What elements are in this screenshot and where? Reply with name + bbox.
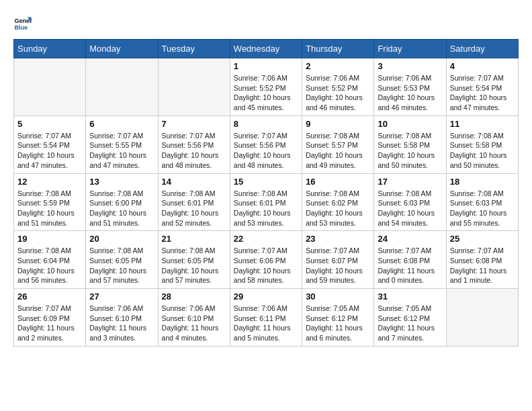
day-info: Sunrise: 7:07 AM Sunset: 6:08 PM Dayligh… [378, 246, 442, 285]
day-info: Sunrise: 7:07 AM Sunset: 6:07 PM Dayligh… [306, 246, 370, 285]
day-info: Sunrise: 7:08 AM Sunset: 6:00 PM Dayligh… [89, 189, 154, 228]
day-number: 6 [89, 119, 154, 129]
day-info: Sunrise: 7:08 AM Sunset: 6:03 PM Dayligh… [450, 189, 515, 228]
day-info: Sunrise: 7:05 AM Sunset: 6:12 PM Dayligh… [306, 304, 370, 343]
calendar-day-cell: 23Sunrise: 7:07 AM Sunset: 6:07 PM Dayli… [302, 231, 374, 289]
day-number: 31 [378, 291, 442, 302]
calendar-day-cell [158, 58, 230, 116]
day-info: Sunrise: 7:08 AM Sunset: 6:02 PM Dayligh… [306, 189, 370, 228]
calendar-week-row: 12Sunrise: 7:08 AM Sunset: 5:59 PM Dayli… [14, 173, 519, 231]
day-info: Sunrise: 7:07 AM Sunset: 5:54 PM Dayligh… [17, 131, 82, 171]
day-number: 19 [17, 234, 82, 244]
day-number: 4 [450, 61, 515, 71]
calendar-day-cell: 3Sunrise: 7:06 AM Sunset: 5:53 PM Daylig… [374, 58, 446, 116]
day-number: 14 [162, 177, 226, 187]
day-info: Sunrise: 7:07 AM Sunset: 5:56 PM Dayligh… [234, 131, 298, 171]
calendar-day-cell: 7Sunrise: 7:07 AM Sunset: 5:56 PM Daylig… [158, 116, 230, 173]
day-number: 7 [162, 119, 226, 129]
calendar-day-cell: 19Sunrise: 7:08 AM Sunset: 6:04 PM Dayli… [14, 231, 86, 289]
day-info: Sunrise: 7:06 AM Sunset: 5:52 PM Dayligh… [234, 73, 298, 113]
day-number: 23 [306, 234, 370, 244]
day-number: 2 [306, 61, 370, 71]
weekday-header: Wednesday [230, 40, 302, 58]
day-number: 18 [450, 177, 515, 187]
calendar-day-cell: 26Sunrise: 7:07 AM Sunset: 6:09 PM Dayli… [14, 289, 86, 347]
calendar-week-row: 5Sunrise: 7:07 AM Sunset: 5:54 PM Daylig… [14, 116, 519, 173]
svg-text:Blue: Blue [14, 24, 28, 31]
day-info: Sunrise: 7:05 AM Sunset: 6:12 PM Dayligh… [378, 304, 442, 343]
day-number: 11 [450, 119, 515, 129]
day-number: 21 [162, 234, 226, 244]
calendar-day-cell: 9Sunrise: 7:08 AM Sunset: 5:57 PM Daylig… [302, 116, 374, 173]
day-number: 15 [234, 177, 298, 187]
calendar-week-row: 1Sunrise: 7:06 AM Sunset: 5:52 PM Daylig… [14, 58, 519, 116]
calendar-day-cell: 22Sunrise: 7:07 AM Sunset: 6:06 PM Dayli… [230, 231, 302, 289]
day-info: Sunrise: 7:07 AM Sunset: 5:55 PM Dayligh… [89, 131, 154, 171]
day-info: Sunrise: 7:06 AM Sunset: 5:52 PM Dayligh… [306, 73, 370, 113]
calendar-day-cell: 30Sunrise: 7:05 AM Sunset: 6:12 PM Dayli… [302, 289, 374, 347]
day-info: Sunrise: 7:06 AM Sunset: 6:10 PM Dayligh… [89, 304, 154, 343]
day-info: Sunrise: 7:08 AM Sunset: 6:01 PM Dayligh… [234, 189, 298, 228]
day-info: Sunrise: 7:08 AM Sunset: 6:04 PM Dayligh… [17, 246, 82, 285]
day-number: 20 [89, 234, 154, 244]
calendar-day-cell: 20Sunrise: 7:08 AM Sunset: 6:05 PM Dayli… [86, 231, 158, 289]
calendar-day-cell: 1Sunrise: 7:06 AM Sunset: 5:52 PM Daylig… [230, 58, 302, 116]
calendar-day-cell: 31Sunrise: 7:05 AM Sunset: 6:12 PM Dayli… [374, 289, 446, 347]
calendar-day-cell: 6Sunrise: 7:07 AM Sunset: 5:55 PM Daylig… [86, 116, 158, 173]
day-info: Sunrise: 7:06 AM Sunset: 6:11 PM Dayligh… [234, 304, 298, 343]
calendar-day-cell: 2Sunrise: 7:06 AM Sunset: 5:52 PM Daylig… [302, 58, 374, 116]
day-info: Sunrise: 7:07 AM Sunset: 5:54 PM Dayligh… [450, 73, 515, 113]
day-info: Sunrise: 7:08 AM Sunset: 5:58 PM Dayligh… [378, 131, 442, 171]
weekday-header: Thursday [302, 40, 374, 58]
day-number: 1 [234, 61, 298, 71]
day-info: Sunrise: 7:06 AM Sunset: 5:53 PM Dayligh… [378, 73, 442, 113]
calendar-day-cell: 24Sunrise: 7:07 AM Sunset: 6:08 PM Dayli… [374, 231, 446, 289]
day-info: Sunrise: 7:08 AM Sunset: 5:58 PM Dayligh… [450, 131, 515, 171]
day-info: Sunrise: 7:07 AM Sunset: 6:06 PM Dayligh… [234, 246, 298, 285]
calendar-day-cell [446, 289, 518, 347]
day-info: Sunrise: 7:08 AM Sunset: 6:05 PM Dayligh… [162, 246, 226, 285]
day-info: Sunrise: 7:07 AM Sunset: 6:09 PM Dayligh… [17, 304, 82, 343]
calendar-day-cell: 15Sunrise: 7:08 AM Sunset: 6:01 PM Dayli… [230, 173, 302, 231]
day-info: Sunrise: 7:08 AM Sunset: 6:03 PM Dayligh… [378, 189, 442, 228]
day-number: 12 [17, 177, 82, 187]
calendar-day-cell: 11Sunrise: 7:08 AM Sunset: 5:58 PM Dayli… [446, 116, 518, 173]
calendar-day-cell: 21Sunrise: 7:08 AM Sunset: 6:05 PM Dayli… [158, 231, 230, 289]
weekday-header: Monday [86, 40, 158, 58]
day-number: 22 [234, 234, 298, 244]
weekday-header-row: SundayMondayTuesdayWednesdayThursdayFrid… [14, 40, 519, 58]
day-number: 8 [234, 119, 298, 129]
day-info: Sunrise: 7:08 AM Sunset: 5:59 PM Dayligh… [17, 189, 82, 228]
day-number: 5 [17, 119, 82, 129]
weekday-header: Tuesday [158, 40, 230, 58]
day-number: 9 [306, 119, 370, 129]
day-number: 27 [89, 291, 154, 302]
day-number: 24 [378, 234, 442, 244]
calendar-day-cell: 5Sunrise: 7:07 AM Sunset: 5:54 PM Daylig… [14, 116, 86, 173]
weekday-header: Friday [374, 40, 446, 58]
weekday-header: Sunday [14, 40, 86, 58]
calendar-table: SundayMondayTuesdayWednesdayThursdayFrid… [13, 39, 519, 347]
day-number: 10 [378, 119, 442, 129]
calendar-day-cell [86, 58, 158, 116]
day-info: Sunrise: 7:06 AM Sunset: 6:10 PM Dayligh… [162, 304, 226, 343]
day-info: Sunrise: 7:07 AM Sunset: 6:08 PM Dayligh… [450, 246, 515, 285]
day-number: 16 [306, 177, 370, 187]
calendar-day-cell: 27Sunrise: 7:06 AM Sunset: 6:10 PM Dayli… [86, 289, 158, 347]
calendar-day-cell: 25Sunrise: 7:07 AM Sunset: 6:08 PM Dayli… [446, 231, 518, 289]
day-number: 30 [306, 291, 370, 302]
calendar-day-cell: 17Sunrise: 7:08 AM Sunset: 6:03 PM Dayli… [374, 173, 446, 231]
calendar-day-cell: 14Sunrise: 7:08 AM Sunset: 6:01 PM Dayli… [158, 173, 230, 231]
day-info: Sunrise: 7:08 AM Sunset: 6:05 PM Dayligh… [89, 246, 154, 285]
calendar-week-row: 19Sunrise: 7:08 AM Sunset: 6:04 PM Dayli… [14, 231, 519, 289]
page-header: General Blue [13, 13, 519, 32]
calendar-day-cell: 18Sunrise: 7:08 AM Sunset: 6:03 PM Dayli… [446, 173, 518, 231]
weekday-header: Saturday [446, 40, 518, 58]
calendar-day-cell: 28Sunrise: 7:06 AM Sunset: 6:10 PM Dayli… [158, 289, 230, 347]
day-info: Sunrise: 7:08 AM Sunset: 5:57 PM Dayligh… [306, 131, 370, 171]
day-number: 17 [378, 177, 442, 187]
calendar-day-cell: 12Sunrise: 7:08 AM Sunset: 5:59 PM Dayli… [14, 173, 86, 231]
logo: General Blue [13, 13, 35, 32]
calendar-day-cell: 10Sunrise: 7:08 AM Sunset: 5:58 PM Dayli… [374, 116, 446, 173]
calendar-day-cell: 16Sunrise: 7:08 AM Sunset: 6:02 PM Dayli… [302, 173, 374, 231]
